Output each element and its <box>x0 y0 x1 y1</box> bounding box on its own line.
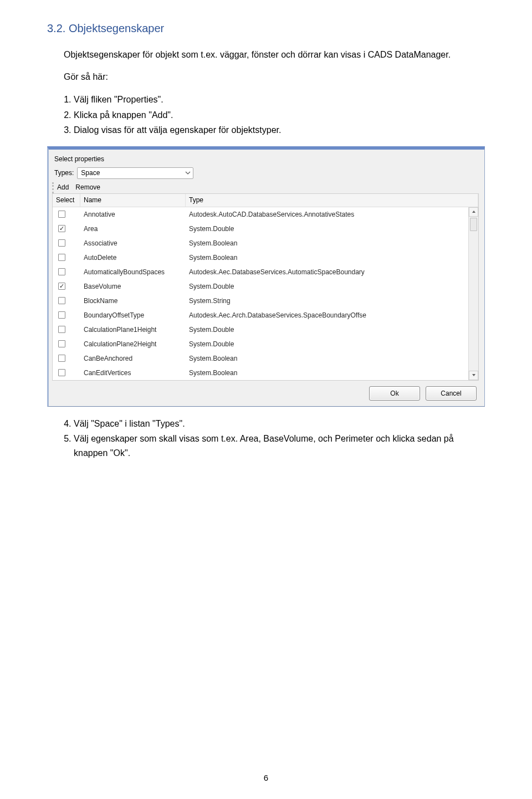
checkbox-cell <box>53 211 80 218</box>
row-checkbox[interactable] <box>58 326 65 333</box>
row-checkbox[interactable] <box>58 355 65 362</box>
checkbox-cell <box>53 326 80 333</box>
checkbox-cell <box>53 283 80 290</box>
table-row: CalculationPlane1HeightSystem.Double <box>53 322 478 337</box>
type-cell: System.Double <box>186 326 478 334</box>
row-checkbox[interactable] <box>58 283 65 290</box>
dialog-footer: Ok Cancel <box>52 381 479 402</box>
type-cell: System.Boolean <box>186 239 478 247</box>
name-cell: CalculationPlane1Height <box>80 326 186 334</box>
types-value: Space <box>81 169 100 177</box>
name-cell: AutomaticallyBoundSpaces <box>80 268 186 276</box>
table-row: BaseVolumeSystem.Double <box>53 279 478 294</box>
properties-table: Select Name Type AnnotativeAutodesk.Auto… <box>52 193 479 381</box>
row-checkbox[interactable] <box>58 225 65 232</box>
step-3: Dialog visas för att välja egenskaper fö… <box>74 123 485 137</box>
intro-paragraph-1: Objektsegenskaper för objekt som t.ex. v… <box>64 48 485 62</box>
row-checkbox[interactable] <box>58 254 65 261</box>
row-checkbox[interactable] <box>58 268 65 275</box>
col-name[interactable]: Name <box>80 194 186 207</box>
table-body: AnnotativeAutodesk.AutoCAD.DatabaseServi… <box>53 207 478 380</box>
table-row: BoundaryOffsetTypeAutodesk.Aec.Arch.Data… <box>53 308 478 322</box>
type-cell: Autodesk.Aec.Arch.DatabaseServices.Space… <box>186 311 478 319</box>
name-cell: Associative <box>80 239 186 247</box>
row-checkbox[interactable] <box>58 211 65 218</box>
name-cell: AutoDelete <box>80 254 186 262</box>
type-cell: System.Boolean <box>186 355 478 362</box>
name-cell: BlockName <box>80 297 186 305</box>
row-checkbox[interactable] <box>58 297 65 304</box>
checkbox-cell <box>53 340 80 347</box>
step-4: Välj "Space" i listan "Types". <box>74 417 485 431</box>
add-button[interactable]: Add <box>56 183 70 191</box>
table-row: CalculationPlane2HeightSystem.Double <box>53 337 478 351</box>
table-row: CanEditVerticesSystem.Boolean <box>53 366 478 380</box>
type-cell: System.Double <box>186 340 478 348</box>
type-cell: System.Boolean <box>186 254 478 262</box>
ok-button[interactable]: Ok <box>369 386 420 401</box>
row-checkbox[interactable] <box>58 239 65 247</box>
page-number: 6 <box>0 773 532 782</box>
dialog-title: Select properties <box>54 155 479 163</box>
table-row: BlockNameSystem.String <box>53 294 478 308</box>
row-checkbox[interactable] <box>58 311 65 319</box>
checkbox-cell <box>53 297 80 304</box>
checkbox-cell <box>53 254 80 261</box>
name-cell: Area <box>80 225 186 233</box>
remove-button[interactable]: Remove <box>74 183 101 191</box>
col-select[interactable]: Select <box>53 194 80 207</box>
vertical-scrollbar[interactable] <box>468 207 478 380</box>
name-cell: Annotative <box>80 211 186 218</box>
steps-list-1: Välj fliken "Properties". Klicka på knap… <box>64 93 485 137</box>
section-heading: 3.2. Objektsegenskaper <box>47 22 485 35</box>
type-cell: System.Double <box>186 283 478 290</box>
chevron-down-icon <box>185 170 191 176</box>
type-cell: System.String <box>186 297 478 305</box>
name-cell: CanEditVertices <box>80 369 186 377</box>
name-cell: BaseVolume <box>80 283 186 290</box>
checkbox-cell <box>53 311 80 319</box>
step-1: Välj fliken "Properties". <box>74 93 485 107</box>
step-5: Välj egenskaper som skall visas som t.ex… <box>74 432 485 460</box>
row-checkbox[interactable] <box>58 340 65 347</box>
name-cell: BoundaryOffsetType <box>80 311 186 319</box>
type-cell: System.Double <box>186 225 478 233</box>
table-row: AutoDeleteSystem.Boolean <box>53 250 478 265</box>
scrollbar-thumb[interactable] <box>470 218 477 231</box>
table-row: AreaSystem.Double <box>53 222 478 236</box>
scroll-down-button[interactable] <box>469 371 478 380</box>
scroll-up-button[interactable] <box>469 207 478 217</box>
checkbox-cell <box>53 225 80 232</box>
steps-list-2: Välj "Space" i listan "Types". Välj egen… <box>64 417 485 460</box>
table-row: CanBeAnchoredSystem.Boolean <box>53 351 478 366</box>
intro-paragraph-2: Gör så här: <box>64 70 485 84</box>
checkbox-cell <box>53 268 80 275</box>
checkbox-cell <box>53 355 80 362</box>
name-cell: CalculationPlane2Height <box>80 340 186 348</box>
select-properties-dialog: Select properties Types: Space Add Remov… <box>47 146 485 407</box>
types-combobox[interactable]: Space <box>77 167 193 179</box>
types-label: Types: <box>54 169 74 177</box>
cancel-button[interactable]: Cancel <box>426 386 477 401</box>
table-row: AnnotativeAutodesk.AutoCAD.DatabaseServi… <box>53 207 478 222</box>
table-header-row: Select Name Type <box>53 194 478 207</box>
row-checkbox[interactable] <box>58 369 65 376</box>
table-row: AssociativeSystem.Boolean <box>53 236 478 250</box>
type-cell: Autodesk.AutoCAD.DatabaseServices.Annota… <box>186 211 478 218</box>
step-2: Klicka på knappen "Add". <box>74 108 485 122</box>
table-row: AutomaticallyBoundSpacesAutodesk.Aec.Dat… <box>53 265 478 279</box>
type-cell: System.Boolean <box>186 369 478 377</box>
type-cell: Autodesk.Aec.DatabaseServices.AutomaticS… <box>186 268 478 276</box>
checkbox-cell <box>53 369 80 376</box>
name-cell: CanBeAnchored <box>80 355 186 362</box>
dialog-toolbar: Add Remove <box>52 182 479 193</box>
checkbox-cell <box>53 239 80 247</box>
col-type[interactable]: Type <box>186 194 478 207</box>
